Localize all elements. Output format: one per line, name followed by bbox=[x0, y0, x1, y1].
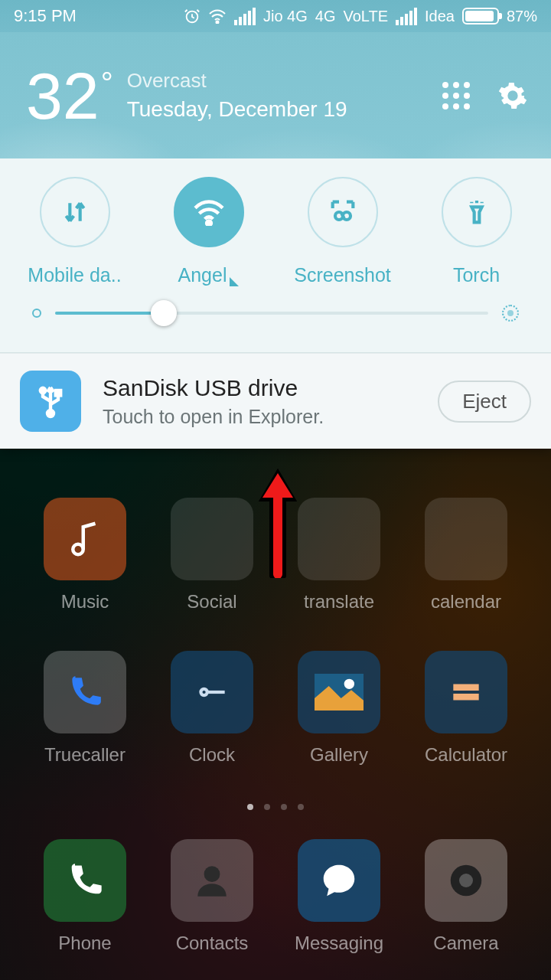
toggle-mobile-data[interactable]: Mobile da.. bbox=[10, 177, 140, 286]
eject-button[interactable]: Eject bbox=[438, 381, 531, 423]
carrier2: Idea bbox=[425, 8, 455, 25]
app-truecaller[interactable]: Truecaller bbox=[28, 651, 142, 766]
brightness-min-icon bbox=[32, 309, 41, 318]
quick-toggles: Mobile da.. Angel Screenshot Torch bbox=[0, 158, 551, 353]
dock-phone[interactable]: Phone bbox=[28, 839, 142, 954]
brightness-slider[interactable] bbox=[0, 286, 551, 343]
app-label: Gallery bbox=[310, 744, 368, 766]
app-label: Clock bbox=[189, 744, 235, 766]
notification-usb[interactable]: SanDisk USB drive Touch to open in Explo… bbox=[0, 353, 551, 449]
svg-point-13 bbox=[41, 388, 45, 393]
notif-title: SanDisk USB drive bbox=[103, 375, 416, 401]
svg-point-4 bbox=[204, 866, 220, 882]
weather-panel[interactable]: 32 ° Overcast Tuesday, December 19 bbox=[0, 32, 551, 158]
brightness-max-icon bbox=[502, 305, 519, 322]
weather-condition: Overcast bbox=[127, 69, 347, 93]
page-dots bbox=[0, 804, 551, 810]
notification-shade: 9:15 PM Jio 4G 4G VoLTE Idea 87% 32 ° Ov… bbox=[0, 0, 551, 449]
toggle-wifi[interactable]: Angel bbox=[144, 177, 274, 286]
toggle-label: Angel bbox=[178, 264, 240, 286]
app-label: Truecaller bbox=[44, 744, 126, 766]
dock-messaging[interactable]: Messaging bbox=[282, 839, 396, 954]
toggle-screenshot[interactable]: Screenshot bbox=[278, 177, 408, 286]
app-label: calendar bbox=[431, 591, 501, 612]
toggle-torch[interactable]: Torch bbox=[412, 177, 542, 286]
weather-date: Tuesday, December 19 bbox=[127, 97, 347, 122]
toggle-label: Torch bbox=[453, 264, 500, 286]
mobile-data-icon bbox=[60, 197, 90, 227]
battery-icon bbox=[462, 8, 499, 24]
carrier1-extra: 4G bbox=[315, 8, 336, 25]
torch-icon bbox=[461, 197, 492, 227]
wifi-icon bbox=[208, 8, 227, 24]
toggle-label: Screenshot bbox=[294, 264, 390, 286]
usb-icon bbox=[20, 371, 81, 432]
signal-icon-2 bbox=[396, 8, 417, 25]
app-label: Calculator bbox=[425, 744, 507, 766]
app-label: Social bbox=[187, 591, 236, 612]
statusbar-time: 9:15 PM bbox=[14, 6, 77, 26]
slider-thumb[interactable] bbox=[151, 300, 177, 326]
app-clock[interactable]: Clock bbox=[155, 651, 269, 766]
app-music[interactable]: Music bbox=[28, 498, 142, 612]
svg-rect-14 bbox=[56, 390, 60, 395]
svg-point-8 bbox=[216, 21, 218, 24]
signal-icon-1 bbox=[234, 8, 256, 25]
apps-grid-icon[interactable] bbox=[442, 82, 470, 109]
volte-label: VoLTE bbox=[343, 8, 388, 25]
dock: Phone Contacts Messaging Camera bbox=[0, 822, 551, 980]
app-label: Phone bbox=[58, 933, 111, 954]
temp-value: 32 bbox=[26, 63, 99, 129]
degree-symbol: ° bbox=[101, 67, 113, 129]
annotation-arrow bbox=[251, 459, 305, 578]
dock-camera[interactable]: Camera bbox=[409, 839, 523, 954]
app-label: Camera bbox=[433, 933, 498, 954]
battery-pct: 87% bbox=[507, 8, 537, 25]
svg-point-6 bbox=[459, 874, 473, 887]
app-label: translate bbox=[304, 591, 374, 612]
screenshot-icon bbox=[326, 197, 360, 227]
app-label: Messaging bbox=[295, 933, 383, 954]
slider-track[interactable] bbox=[55, 312, 488, 315]
app-gallery[interactable]: Gallery bbox=[282, 651, 396, 766]
svg-point-12 bbox=[47, 410, 54, 416]
wifi-icon bbox=[192, 198, 226, 226]
svg-point-9 bbox=[207, 221, 211, 226]
temperature: 32 ° bbox=[26, 63, 113, 129]
dropdown-icon bbox=[230, 277, 239, 286]
app-label: Contacts bbox=[176, 933, 249, 954]
toggle-label: Mobile da.. bbox=[28, 264, 121, 286]
carrier1-net: Jio 4G bbox=[263, 8, 308, 25]
svg-point-1 bbox=[201, 689, 207, 695]
gear-icon[interactable] bbox=[497, 80, 528, 111]
alarm-icon bbox=[184, 8, 201, 24]
app-label: Music bbox=[61, 591, 109, 612]
folder-calendar[interactable]: calendar bbox=[409, 498, 523, 612]
notif-subtitle: Touch to open in Explorer. bbox=[103, 406, 416, 428]
app-calculator[interactable]: Calculator bbox=[409, 651, 523, 766]
dock-contacts[interactable]: Contacts bbox=[155, 839, 269, 954]
svg-point-3 bbox=[344, 679, 354, 689]
statusbar: 9:15 PM Jio 4G 4G VoLTE Idea 87% bbox=[0, 0, 551, 32]
